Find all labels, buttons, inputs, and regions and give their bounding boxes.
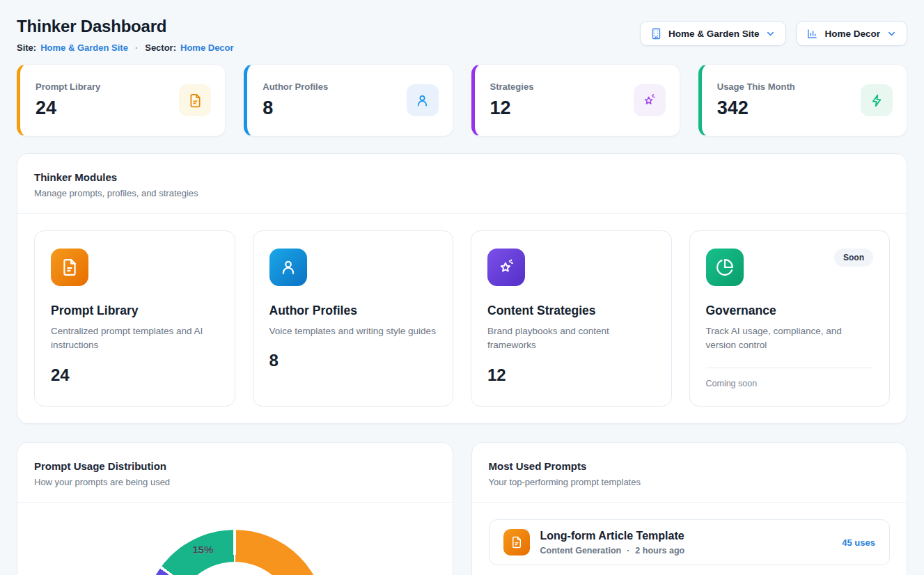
- usage-donut[interactable]: 15%: [143, 530, 326, 575]
- prompt-item-meta: Content Generation · 2 hours ago: [540, 546, 832, 556]
- stat-text: Author Profiles 8: [263, 81, 328, 119]
- breadcrumb: Site: Home & Garden Site · Sector: Home …: [17, 42, 234, 53]
- most-used-prompts-card: Most Used Prompts Your top-performing pr…: [471, 442, 908, 575]
- module-description: Centralized prompt templates and AI inst…: [51, 324, 219, 353]
- module-count: 24: [51, 365, 219, 385]
- module-title: Governance: [706, 304, 874, 318]
- module-card-top: Soon: [706, 249, 874, 286]
- document-icon: [179, 84, 211, 116]
- soon-badge: Soon: [834, 249, 873, 267]
- modules-subtitle: Manage prompts, profiles, and strategies: [34, 188, 890, 198]
- module-count: 12: [487, 365, 655, 385]
- sector-selector-dropdown[interactable]: Home Decor: [796, 21, 907, 46]
- sector-selector-label: Home Decor: [824, 29, 880, 39]
- site-selector-dropdown[interactable]: Home & Garden Site: [640, 21, 787, 46]
- sparkle-star-icon: [487, 249, 525, 286]
- pie-chart-icon: [706, 249, 744, 286]
- chevron-down-icon: [886, 29, 897, 39]
- prompt-list: Long-form Article Template Content Gener…: [472, 503, 907, 575]
- module-title: Prompt Library: [51, 304, 219, 318]
- stat-value: 24: [36, 97, 100, 119]
- donut-hole: [175, 562, 294, 575]
- modules-grid: Prompt Library Centralized prompt templa…: [17, 214, 907, 423]
- stat-value: 8: [263, 97, 328, 119]
- page-header: Thinker Dashboard Site: Home & Garden Si…: [17, 17, 907, 53]
- module-count: 8: [269, 351, 437, 370]
- stat-text: Usage This Month 342: [717, 81, 795, 119]
- chart-body: 15%: [17, 503, 453, 575]
- header-left: Thinker Dashboard Site: Home & Garden Si…: [17, 17, 234, 53]
- prompt-item-category: Content Generation: [540, 546, 622, 556]
- stat-card-strategies[interactable]: Strategies 12: [471, 64, 680, 136]
- prompt-item-main: Long-form Article Template Content Gener…: [540, 530, 832, 556]
- most-used-title: Most Used Prompts: [489, 460, 891, 472]
- page-title: Thinker Dashboard: [17, 17, 234, 36]
- sparkle-star-icon: [634, 84, 666, 116]
- site-link[interactable]: Home & Garden Site: [40, 42, 128, 53]
- module-description: Track AI usage, compliance, and version …: [706, 324, 874, 353]
- chart-subtitle: How your prompts are being used: [34, 477, 436, 487]
- user-icon: [407, 84, 439, 116]
- modules-title: Thinker Modules: [34, 171, 890, 183]
- chevron-down-icon: [765, 29, 776, 39]
- module-card-content-strategies[interactable]: Content Strategies Brand playbooks and c…: [471, 230, 672, 407]
- stat-label: Strategies: [490, 81, 534, 92]
- stat-card-author-profiles[interactable]: Author Profiles 8: [244, 64, 453, 136]
- breadcrumb-separator: ·: [135, 42, 138, 53]
- module-card-top: [487, 249, 655, 286]
- bottom-row: Prompt Usage Distribution How your promp…: [17, 442, 907, 575]
- stat-value: 12: [490, 97, 534, 119]
- divider: [706, 368, 874, 368]
- coming-soon-text: Coming soon: [706, 379, 874, 388]
- lightning-icon: [861, 84, 893, 116]
- stat-label: Usage This Month: [717, 81, 795, 92]
- stat-value: 342: [717, 97, 795, 119]
- modules-header: Thinker Modules Manage prompts, profiles…: [17, 154, 907, 214]
- stat-text: Prompt Library 24: [36, 81, 100, 119]
- bar-chart-icon: [806, 28, 818, 40]
- stat-cards-row: Prompt Library 24 Author Profiles 8 Stra…: [17, 64, 907, 136]
- module-description: Voice templates and writing style guides: [269, 324, 437, 338]
- module-card-top: [51, 249, 219, 286]
- module-title: Author Profiles: [269, 304, 437, 318]
- chart-header: Prompt Usage Distribution How your promp…: [17, 443, 453, 503]
- stat-label: Prompt Library: [36, 81, 100, 92]
- user-icon: [269, 249, 307, 286]
- stat-text: Strategies 12: [490, 81, 534, 119]
- module-card-prompt-library[interactable]: Prompt Library Centralized prompt templa…: [34, 230, 235, 407]
- most-used-subtitle: Your top-performing prompt templates: [489, 477, 891, 487]
- most-used-header: Most Used Prompts Your top-performing pr…: [472, 443, 907, 503]
- thinker-modules-panel: Thinker Modules Manage prompts, profiles…: [17, 153, 907, 424]
- module-card-governance[interactable]: Soon Governance Track AI usage, complian…: [689, 230, 891, 407]
- site-label: Site:: [17, 42, 36, 53]
- site-selector-label: Home & Garden Site: [668, 29, 760, 39]
- module-card-top: [269, 249, 437, 286]
- stat-card-prompt-library[interactable]: Prompt Library 24: [17, 64, 226, 136]
- module-title: Content Strategies: [487, 304, 655, 318]
- module-card-author-profiles[interactable]: Author Profiles Voice templates and writ…: [253, 230, 454, 407]
- prompt-usage-card: Prompt Usage Distribution How your promp…: [17, 442, 453, 575]
- donut-segment-label: 15%: [192, 544, 213, 556]
- chart-title: Prompt Usage Distribution: [34, 460, 436, 472]
- prompt-item-time: 2 hours ago: [635, 546, 684, 556]
- uses-count: 45 uses: [842, 537, 875, 548]
- list-item[interactable]: Long-form Article Template Content Gener…: [489, 519, 891, 565]
- sector-link[interactable]: Home Decor: [180, 42, 234, 53]
- building-icon: [650, 28, 662, 40]
- stat-label: Author Profiles: [263, 81, 328, 92]
- document-icon: [503, 529, 530, 556]
- sector-label: Sector:: [145, 42, 176, 53]
- meta-separator: ·: [627, 546, 629, 556]
- document-icon: [51, 249, 88, 286]
- stat-card-usage[interactable]: Usage This Month 342: [698, 64, 907, 136]
- dashboard-page: Thinker Dashboard Site: Home & Garden Si…: [0, 0, 924, 575]
- module-description: Brand playbooks and content frameworks: [487, 324, 655, 353]
- prompt-item-title: Long-form Article Template: [540, 530, 832, 542]
- header-actions: Home & Garden Site Home Decor: [640, 21, 907, 46]
